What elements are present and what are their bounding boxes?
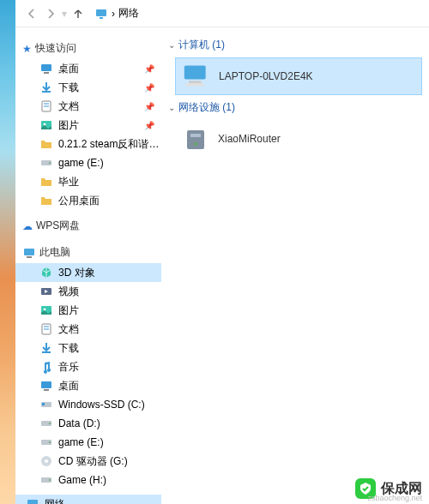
drive-win-icon xyxy=(39,398,53,411)
breadcrumb-sep: › xyxy=(112,8,115,20)
tree-item-label: CD 驱动器 (G:) xyxy=(58,454,128,469)
svg-rect-38 xyxy=(189,81,201,83)
sidebar-item-network[interactable]: 网络 xyxy=(15,495,161,504)
tree-item-label: 公用桌面 xyxy=(58,194,100,208)
network-icon xyxy=(26,497,39,504)
sidebar-item[interactable]: 文档 xyxy=(15,320,161,339)
svg-rect-24 xyxy=(42,403,45,405)
forward-button[interactable] xyxy=(41,4,60,23)
svg-rect-20 xyxy=(42,351,51,353)
device-item[interactable]: XiaoMiRouter xyxy=(175,120,422,158)
svg-rect-21 xyxy=(41,381,51,388)
pin-icon: 📌 xyxy=(144,102,154,111)
pin-icon: 📌 xyxy=(144,121,154,130)
svg-rect-39 xyxy=(186,83,204,87)
tree-item-label: 毕业 xyxy=(58,175,79,189)
router-icon xyxy=(182,125,209,153)
cloud-icon: ☁ xyxy=(22,220,33,232)
tree-item-label: 文档 xyxy=(58,322,79,337)
group-header[interactable]: ⌄网络设施 (1) xyxy=(161,97,429,118)
chevron-down-icon: ⌄ xyxy=(168,103,175,112)
tree-item-label: 图片 xyxy=(58,118,79,133)
desktop-icon xyxy=(39,62,53,75)
document-icon xyxy=(39,322,53,336)
sidebar-item[interactable]: CD 驱动器 (G:) xyxy=(15,452,161,471)
svg-rect-3 xyxy=(44,72,49,74)
star-icon: ★ xyxy=(22,43,32,55)
back-button[interactable] xyxy=(22,4,41,23)
sidebar-item[interactable]: 公用桌面 xyxy=(15,191,161,210)
group-title: 网络设施 (1) xyxy=(178,100,235,115)
sidebar-item[interactable]: 视频 xyxy=(15,282,161,301)
tree-item-label: 音乐 xyxy=(58,360,79,375)
sidebar-item[interactable]: game (E:) xyxy=(15,153,161,172)
sidebar-item[interactable]: 毕业 xyxy=(15,172,161,191)
svg-rect-13 xyxy=(27,256,32,258)
breadcrumb-location: 网络 xyxy=(118,6,139,21)
wps-label: WPS网盘 xyxy=(36,219,80,233)
svg-rect-41 xyxy=(190,134,201,137)
tree-item-label: game (E:) xyxy=(58,436,104,448)
svg-point-11 xyxy=(49,162,51,164)
sidebar-item[interactable]: 音乐 xyxy=(15,357,161,376)
folder-icon xyxy=(39,194,53,207)
sidebar-item[interactable]: 图片 xyxy=(15,301,161,320)
svg-point-28 xyxy=(49,441,51,443)
network-label: 网络 xyxy=(45,497,65,505)
sidebar-item[interactable]: 0.21.2 steam反和谐补丁 xyxy=(15,135,161,153)
explorer-window: ▾ › 网络 ★ 快速访问 桌面📌下载📌文档📌图片📌0.21.2 steam反和… xyxy=(15,0,429,504)
sidebar-item[interactable]: Data (D:) xyxy=(15,414,161,433)
picture-icon xyxy=(39,118,53,132)
pin-icon: 📌 xyxy=(144,64,154,74)
video-icon xyxy=(39,285,53,298)
svg-point-42 xyxy=(194,142,197,146)
sidebar-item[interactable]: 图片📌 xyxy=(15,116,161,135)
drive-icon xyxy=(39,435,53,449)
tree-item-label: 0.21.2 steam反和谐补丁 xyxy=(58,137,161,152)
tree-item-label: Data (D:) xyxy=(58,417,100,429)
cd-icon xyxy=(39,454,53,468)
wps-header[interactable]: ☁ WPS网盘 xyxy=(15,215,161,237)
group-header[interactable]: ⌄计算机 (1) xyxy=(161,34,429,56)
sidebar-item[interactable]: 3D 对象 xyxy=(15,263,161,282)
desktop-icon xyxy=(39,379,53,393)
chevron-down-icon: ⌄ xyxy=(168,40,175,50)
folder-icon xyxy=(39,175,53,189)
device-label: XiaoMiRouter xyxy=(218,133,281,145)
tree-item-label: 视频 xyxy=(58,285,79,299)
download-icon xyxy=(39,341,53,355)
sidebar-item[interactable]: 下载 xyxy=(15,339,161,357)
drive-icon xyxy=(39,156,53,170)
sidebar-item[interactable]: 桌面📌 xyxy=(15,59,161,78)
sidebar-item[interactable]: game (E:) xyxy=(15,433,161,452)
pc-icon xyxy=(22,246,36,260)
breadcrumb[interactable]: › 网络 xyxy=(94,6,139,21)
svg-rect-4 xyxy=(42,91,51,93)
sidebar-item[interactable]: Windows-SSD (C:) xyxy=(15,395,161,414)
up-button[interactable] xyxy=(69,4,88,23)
device-label: LAPTOP-0LVD2E4K xyxy=(219,70,313,82)
drive-icon xyxy=(39,473,53,487)
sidebar-item[interactable]: 桌面 xyxy=(15,376,161,395)
this-pc-header[interactable]: 此电脑 xyxy=(15,242,161,263)
device-item[interactable]: LAPTOP-0LVD2E4K xyxy=(175,57,422,95)
group-title: 计算机 (1) xyxy=(178,38,225,52)
watermark-url: zsbaocheng.net xyxy=(367,494,422,502)
picture-icon xyxy=(39,303,53,317)
quick-access-label: 快速访问 xyxy=(35,41,76,56)
tree-item-label: 桌面 xyxy=(58,379,79,393)
folder-icon xyxy=(39,137,53,151)
window-accent-bar xyxy=(0,0,15,504)
sidebar-item[interactable]: 文档📌 xyxy=(15,97,161,116)
tree-item-label: 桌面 xyxy=(58,62,79,76)
sidebar-item[interactable]: Game (H:) xyxy=(15,471,161,489)
this-pc-label: 此电脑 xyxy=(39,245,70,260)
tree-item-label: Windows-SSD (C:) xyxy=(58,399,145,411)
sidebar-item[interactable]: 下载📌 xyxy=(15,78,161,97)
tree-item-label: game (E:) xyxy=(58,157,104,169)
svg-rect-22 xyxy=(44,389,49,391)
tree-item-label: Game (H:) xyxy=(58,474,106,486)
tree-item-label: 下载 xyxy=(58,81,79,95)
svg-point-26 xyxy=(49,423,51,424)
quick-access-header[interactable]: ★ 快速访问 xyxy=(15,38,161,59)
